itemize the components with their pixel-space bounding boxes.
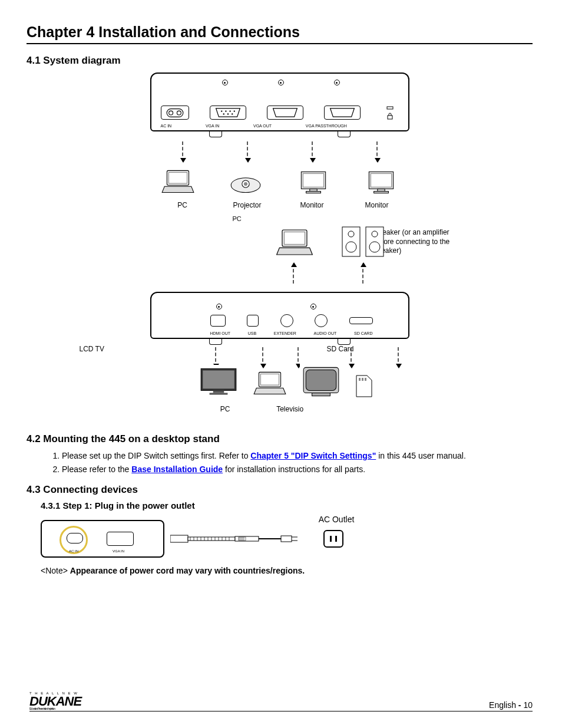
port-label: SD CARD bbox=[354, 331, 373, 335]
system-diagram-2: PC Speaker (or an amplifier before conne… bbox=[80, 215, 480, 427]
diagram-label: Televisio bbox=[276, 405, 303, 413]
port-label: EXTENDER bbox=[274, 331, 296, 335]
svg-point-9 bbox=[232, 113, 233, 114]
port-label: AUDIO OUT bbox=[313, 331, 336, 335]
brand-name: DUKANE bbox=[29, 694, 81, 709]
diagram-label: Monitor bbox=[345, 201, 409, 209]
monitor-icon bbox=[363, 167, 399, 197]
laptop-icon bbox=[160, 167, 196, 197]
svg-rect-23 bbox=[378, 189, 385, 191]
diagram-label: PC bbox=[233, 215, 280, 222]
svg-point-5 bbox=[229, 110, 230, 111]
link-chapter5[interactable]: Chapter 5 "DIP Switch Settings" bbox=[250, 451, 376, 460]
diagram-label: Monitor bbox=[280, 201, 345, 209]
svg-rect-2 bbox=[167, 108, 183, 117]
svg-point-8 bbox=[227, 113, 228, 114]
arrow-down-icon bbox=[247, 141, 248, 162]
svg-rect-22 bbox=[371, 174, 391, 187]
svg-rect-24 bbox=[374, 192, 389, 193]
svg-point-1 bbox=[177, 111, 181, 115]
power-cord-icon bbox=[170, 534, 300, 543]
power-plug-diagram: AC IN VGA IN AC Outlet bbox=[41, 515, 533, 562]
mounting-steps-list: Please set up the DIP Switch settings fi… bbox=[62, 450, 533, 476]
lock-icon bbox=[387, 113, 393, 120]
diagram-label: PC bbox=[220, 405, 230, 413]
port-vga-in bbox=[210, 106, 246, 120]
svg-rect-38 bbox=[260, 374, 279, 385]
page-number: English - 10 bbox=[489, 700, 533, 710]
svg-rect-42 bbox=[359, 378, 361, 381]
section-4-3-1-title: 4.3.1 Step 1: Plug in the power outlet bbox=[41, 500, 533, 510]
step-text: for installation instructions for all pa… bbox=[223, 465, 365, 474]
port-sd-card bbox=[349, 317, 373, 324]
chapter-title: Chapter 4 Installation and Connections bbox=[27, 24, 533, 44]
svg-rect-11 bbox=[388, 116, 392, 119]
arrow-down-icon bbox=[182, 141, 183, 162]
svg-rect-20 bbox=[306, 192, 321, 193]
note-prefix: <Note> bbox=[41, 566, 70, 575]
monitor-icon bbox=[295, 167, 332, 197]
port-vga-out bbox=[267, 106, 303, 120]
svg-rect-34 bbox=[203, 370, 234, 388]
brand-logo: T H E A L L N E W DUKANE Education. Pres… bbox=[29, 692, 81, 710]
lcd-tv-icon bbox=[197, 365, 240, 399]
port-label: USB bbox=[248, 331, 256, 335]
svg-point-4 bbox=[225, 110, 226, 111]
port-extender bbox=[280, 314, 293, 327]
arrow-down-icon bbox=[312, 141, 313, 162]
section-4-3-title: 4.3 Connecting devices bbox=[27, 484, 533, 496]
page-footer: T H E A L L N E W DUKANE Education. Pres… bbox=[29, 692, 533, 711]
diagram-label: PC bbox=[150, 201, 215, 209]
link-base-install-guide[interactable]: Base Installation Guide bbox=[131, 465, 223, 474]
svg-rect-41 bbox=[312, 393, 330, 396]
port-vga-passthrough bbox=[324, 106, 361, 120]
svg-rect-45 bbox=[170, 535, 188, 542]
ac-outlet-label: AC Outlet bbox=[313, 515, 360, 524]
svg-point-0 bbox=[168, 111, 173, 115]
port-ac-in bbox=[67, 533, 83, 543]
system-diagram-1: AC IN VGA IN VGA OUT VGA PASSTHROUGH bbox=[80, 73, 480, 209]
step-text: Please refer to the bbox=[62, 465, 131, 474]
port-usb bbox=[247, 315, 259, 327]
svg-rect-13 bbox=[169, 172, 187, 183]
diagram-label: LCD TV bbox=[80, 345, 104, 353]
svg-point-7 bbox=[223, 113, 224, 114]
arrow-down-icon bbox=[376, 141, 378, 162]
svg-rect-67 bbox=[281, 536, 292, 542]
list-item: Please set up the DIP Switch settings fi… bbox=[62, 450, 533, 462]
section-4-2-title: 4.2 Mounting the 445 on a desktop stand bbox=[27, 433, 533, 445]
port-audio-out bbox=[315, 314, 328, 327]
svg-point-6 bbox=[233, 110, 234, 111]
section-4-1-title: 4.1 System diagram bbox=[27, 55, 533, 67]
device-back-panel-top: AC IN VGA IN VGA OUT VGA PASSTHROUGH bbox=[150, 73, 409, 131]
svg-rect-26 bbox=[284, 232, 305, 245]
port-label: HDMI OUT bbox=[210, 331, 231, 335]
port-label: VGA IN bbox=[206, 124, 219, 128]
svg-point-16 bbox=[244, 182, 247, 186]
laptop-icon bbox=[252, 368, 288, 399]
svg-rect-43 bbox=[362, 378, 363, 381]
svg-rect-10 bbox=[387, 107, 393, 109]
svg-rect-18 bbox=[303, 174, 323, 187]
device-back-panel-bottom: HDMI OUT USB EXTENDER AUDIO OUT SD CARD bbox=[150, 292, 409, 339]
laptop-icon bbox=[274, 226, 315, 261]
port-vga-in bbox=[107, 532, 134, 546]
svg-rect-40 bbox=[306, 370, 336, 390]
port-label: VGA OUT bbox=[253, 124, 272, 128]
port-label: VGA IN bbox=[113, 549, 124, 553]
power-cord-note: <Note> Appearance of power cord may vary… bbox=[41, 566, 533, 575]
port-label: AC IN bbox=[69, 549, 78, 553]
device-power-panel: AC IN VGA IN bbox=[41, 520, 164, 558]
svg-rect-44 bbox=[365, 378, 366, 381]
note-body: Appearance of power cord may vary with c… bbox=[70, 566, 305, 575]
ac-outlet-icon: AC Outlet bbox=[323, 530, 343, 548]
list-item: Please refer to the Base Installation Gu… bbox=[62, 463, 533, 476]
port-hdmi-out bbox=[210, 315, 226, 327]
port-ac-in bbox=[161, 106, 189, 120]
svg-rect-35 bbox=[213, 390, 224, 393]
port-label: AC IN bbox=[161, 124, 172, 128]
diagram-label: Projector bbox=[215, 201, 280, 209]
projector-icon bbox=[227, 167, 264, 197]
sd-card-icon bbox=[354, 373, 374, 399]
speaker-icon bbox=[339, 221, 392, 262]
